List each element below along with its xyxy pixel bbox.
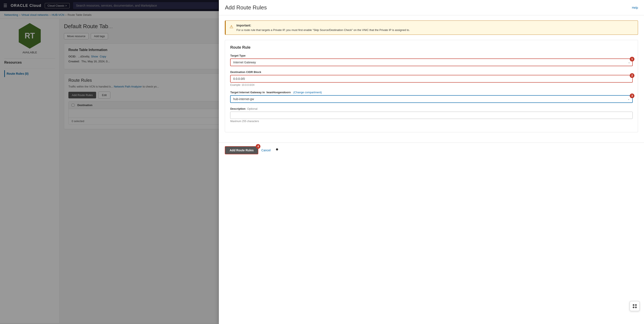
- help-dot-3: [633, 306, 634, 308]
- important-banner: ⚠ Important: For a route rule that targe…: [225, 21, 638, 35]
- target-gateway-select[interactable]: hub-internet-gw: [230, 96, 632, 102]
- target-gateway-label-row: Target Internet Gateway in IwanHoogendoo…: [230, 91, 633, 94]
- step-2-badge: 2: [630, 73, 634, 78]
- description-group: Description Optional Maximum 255 charact…: [230, 107, 633, 123]
- help-widget[interactable]: [630, 301, 640, 311]
- modal-cancel-button[interactable]: Cancel: [261, 148, 271, 152]
- modal-body: ⚠ Important: For a route rule that targe…: [219, 15, 644, 142]
- target-type-label: Target Type: [230, 54, 633, 57]
- description-label: Description Optional: [230, 107, 633, 110]
- help-dot-2: [635, 304, 637, 306]
- dest-cidr-helper: Example: 10.0.0.0/24: [230, 83, 633, 86]
- description-optional: Optional: [247, 107, 258, 110]
- route-rule-form: Route Rule Target Type Internet Gateway …: [225, 40, 638, 132]
- dest-cidr-input[interactable]: [230, 75, 633, 83]
- description-helper: Maximum 255 characters: [230, 120, 633, 123]
- target-gateway-group: Target Internet Gateway in IwanHoogendoo…: [230, 91, 633, 103]
- important-text: Important: For a route rule that targets…: [236, 24, 410, 32]
- modal-header: Add Route Rules Help: [219, 0, 644, 15]
- target-type-select[interactable]: Internet Gateway NAT Gateway Local Peeri…: [230, 59, 633, 66]
- help-dot-4: [635, 306, 637, 308]
- step-3-badge: 3: [630, 93, 634, 98]
- description-input[interactable]: [230, 112, 633, 119]
- dest-cidr-group: Destination CIDR Block 2 Example: 10.0.0…: [230, 70, 633, 86]
- add-route-footer-wrap: Add Route Rules 4: [225, 146, 258, 154]
- important-body: For a route rule that targets a Private …: [236, 28, 410, 32]
- change-compartment-link[interactable]: (Change compartment): [294, 91, 322, 94]
- target-compartment-name: IwanHoogendoorn: [266, 91, 291, 94]
- help-grid-icon: [633, 304, 637, 308]
- modal-footer: Add Route Rules 4 Cancel: [219, 142, 644, 158]
- step-4-badge: 4: [256, 144, 260, 149]
- dest-cidr-label: Destination CIDR Block: [230, 70, 633, 74]
- target-gateway-label: Target Internet Gateway in IwanHoogendoo…: [230, 91, 292, 94]
- target-type-group: Target Type Internet Gateway NAT Gateway…: [230, 54, 633, 66]
- form-section-title: Route Rule: [230, 45, 633, 50]
- modal-title: Add Route Rules: [225, 4, 267, 11]
- warning-icon: ⚠: [230, 24, 233, 32]
- modal-add-route-rules-button[interactable]: Add Route Rules: [225, 146, 258, 154]
- step-1-badge: 1: [630, 57, 634, 62]
- add-route-rules-modal: Add Route Rules Help ⚠ Important: For a …: [219, 0, 644, 324]
- modal-help-link[interactable]: Help: [632, 6, 638, 10]
- target-gateway-select-wrapper: hub-internet-gw ⌄: [230, 95, 633, 103]
- target-type-select-wrapper: Internet Gateway NAT Gateway Local Peeri…: [230, 59, 633, 66]
- help-dot-1: [633, 304, 634, 306]
- important-heading: Important:: [236, 24, 410, 27]
